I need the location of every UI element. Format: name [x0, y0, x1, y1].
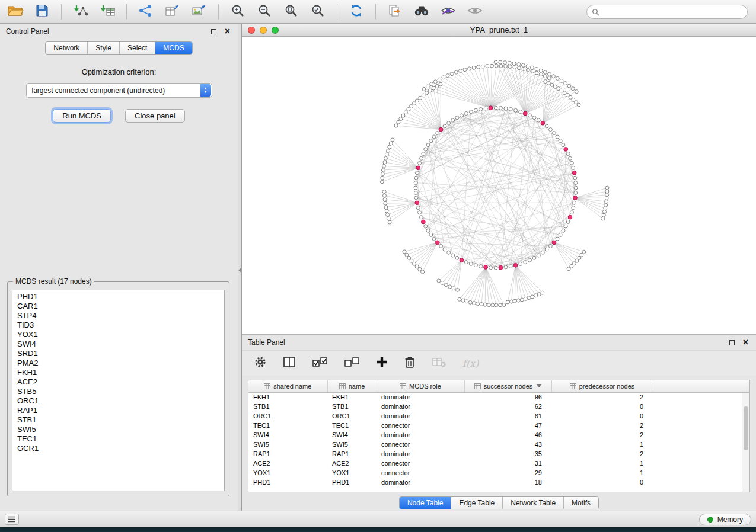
mcds-result-list[interactable]: PHD1CAR1STP4TID3YOX1SWI4SRD1PMA2FKH1ACE2…: [12, 290, 225, 491]
import-table-button[interactable]: [98, 3, 117, 21]
export-table-button[interactable]: [163, 3, 182, 21]
deselect-all-button[interactable]: [344, 356, 360, 370]
table-row[interactable]: YOX1YOX1connector291: [248, 468, 749, 477]
table-row[interactable]: TEC1TEC1connector472: [248, 421, 749, 430]
table-row[interactable]: ACE2ACE2connector311: [248, 459, 749, 468]
delete-column-button[interactable]: [404, 355, 416, 371]
table-scrollbar[interactable]: [742, 393, 749, 492]
close-window-icon[interactable]: [248, 27, 255, 34]
cell-predecessor-nodes[interactable]: 0: [551, 477, 653, 487]
criterion-dropdown[interactable]: largest connected component (undirected)…: [26, 83, 212, 98]
cell-name[interactable]: TEC1: [327, 421, 377, 430]
run-mcds-button[interactable]: Run MCDS: [53, 109, 111, 123]
cell-mcds-role[interactable]: dominator: [377, 449, 464, 459]
mcds-result-item[interactable]: PMA2: [12, 358, 224, 368]
cell-name[interactable]: ORC1: [327, 411, 377, 421]
save-session-button[interactable]: [33, 3, 52, 21]
cell-successor-nodes[interactable]: 31: [464, 459, 551, 468]
cell-name[interactable]: FKH1: [327, 392, 377, 402]
cell-predecessor-nodes[interactable]: 1: [551, 440, 653, 449]
search-binoculars-button[interactable]: [412, 3, 431, 21]
cell-predecessor-nodes[interactable]: 1: [551, 459, 653, 468]
refresh-styles-button[interactable]: [347, 3, 366, 21]
cell-name[interactable]: RAP1: [327, 449, 377, 459]
table-row[interactable]: SWI5SWI5connector431: [248, 440, 749, 449]
cell-predecessor-nodes[interactable]: 1: [551, 468, 653, 477]
mcds-result-item[interactable]: GCR1: [12, 444, 224, 453]
cell-successor-nodes[interactable]: 62: [464, 402, 551, 411]
mcds-result-item[interactable]: ACE2: [12, 377, 224, 387]
cell-shared-name[interactable]: ORC1: [248, 411, 327, 421]
cell-mcds-role[interactable]: dominator: [377, 477, 464, 487]
column-visibility-button[interactable]: [283, 356, 296, 370]
cell-predecessor-nodes[interactable]: 2: [551, 449, 653, 459]
column-header-mcds-role[interactable]: MCDS role: [377, 380, 464, 392]
column-header-successor-nodes[interactable]: successor nodes: [464, 380, 551, 392]
maximize-window-icon[interactable]: [272, 27, 279, 34]
column-header-shared-name[interactable]: shared name: [248, 380, 327, 392]
cell-predecessor-nodes[interactable]: 0: [551, 402, 653, 411]
column-header-name[interactable]: name: [327, 380, 377, 392]
cell-shared-name[interactable]: SWI5: [248, 440, 327, 449]
mcds-result-item[interactable]: FKH1: [12, 368, 224, 377]
cell-mcds-role[interactable]: dominator: [377, 402, 464, 411]
mcds-result-item[interactable]: CAR1: [12, 302, 224, 311]
network-graph[interactable]: [242, 37, 755, 334]
search-input[interactable]: [586, 5, 748, 19]
show-panel-button[interactable]: [5, 514, 19, 525]
add-column-button[interactable]: [376, 356, 388, 370]
cell-mcds-role[interactable]: connector: [377, 468, 464, 477]
table-row[interactable]: SWI4SWI4dominator462: [248, 430, 749, 440]
minimize-window-icon[interactable]: [260, 27, 267, 34]
cell-shared-name[interactable]: YOX1: [248, 468, 327, 477]
scrollbar-thumb[interactable]: [744, 406, 748, 450]
cell-predecessor-nodes[interactable]: 0: [551, 411, 653, 421]
cell-name[interactable]: SWI5: [327, 440, 377, 449]
table-row[interactable]: ORC1ORC1dominator610: [248, 411, 749, 421]
cell-successor-nodes[interactable]: 96: [464, 392, 551, 402]
cell-name[interactable]: STB1: [327, 402, 377, 411]
tab-network-table[interactable]: Network Table: [503, 497, 564, 509]
close-panel-icon[interactable]: ×: [223, 27, 232, 36]
cell-successor-nodes[interactable]: 61: [464, 411, 551, 421]
table-row[interactable]: STB1STB1dominator620: [248, 402, 749, 411]
cell-shared-name[interactable]: RAP1: [248, 449, 327, 459]
preview-eye-button[interactable]: [439, 3, 458, 21]
cell-predecessor-nodes[interactable]: 2: [551, 430, 653, 440]
cell-name[interactable]: PHD1: [327, 477, 377, 487]
mcds-result-item[interactable]: STP4: [12, 311, 224, 321]
float-table-panel-icon[interactable]: [728, 338, 736, 347]
cell-name[interactable]: SWI4: [327, 430, 377, 440]
cell-successor-nodes[interactable]: 35: [464, 449, 551, 459]
cell-shared-name[interactable]: FKH1: [248, 392, 327, 402]
zoom-selected-button[interactable]: [308, 3, 327, 21]
export-network-button[interactable]: [136, 3, 155, 21]
cell-mcds-role[interactable]: dominator: [377, 392, 464, 402]
cell-mcds-role[interactable]: connector: [377, 440, 464, 449]
tab-style[interactable]: Style: [88, 42, 120, 54]
cell-mcds-role[interactable]: dominator: [377, 411, 464, 421]
cell-mcds-role[interactable]: connector: [377, 459, 464, 468]
cell-shared-name[interactable]: PHD1: [248, 477, 327, 487]
close-table-panel-icon[interactable]: ×: [741, 338, 750, 347]
hidden-eye-button[interactable]: [465, 3, 484, 21]
table-row[interactable]: FKH1FKH1dominator962: [248, 392, 749, 402]
mcds-result-item[interactable]: RAP1: [12, 406, 224, 415]
mcds-result-item[interactable]: SWI4: [12, 339, 224, 349]
mcds-result-item[interactable]: ORC1: [12, 396, 224, 406]
mcds-result-item[interactable]: TID3: [12, 321, 224, 330]
cell-successor-nodes[interactable]: 47: [464, 421, 551, 430]
cell-predecessor-nodes[interactable]: 2: [551, 421, 653, 430]
mcds-result-item[interactable]: STB1: [12, 415, 224, 425]
table-settings-button[interactable]: [254, 355, 267, 371]
table-row[interactable]: PHD1PHD1dominator180: [248, 477, 749, 487]
close-panel-button[interactable]: Close panel: [125, 109, 185, 123]
cell-shared-name[interactable]: STB1: [248, 402, 327, 411]
export-image-button[interactable]: [190, 3, 209, 21]
cell-name[interactable]: YOX1: [327, 468, 377, 477]
column-header-predecessor-nodes[interactable]: predecessor nodes: [551, 380, 653, 392]
zoom-out-button[interactable]: [255, 3, 274, 21]
tab-motifs[interactable]: Motifs: [564, 497, 598, 509]
cell-shared-name[interactable]: SWI4: [248, 430, 327, 440]
float-panel-icon[interactable]: [209, 27, 218, 36]
